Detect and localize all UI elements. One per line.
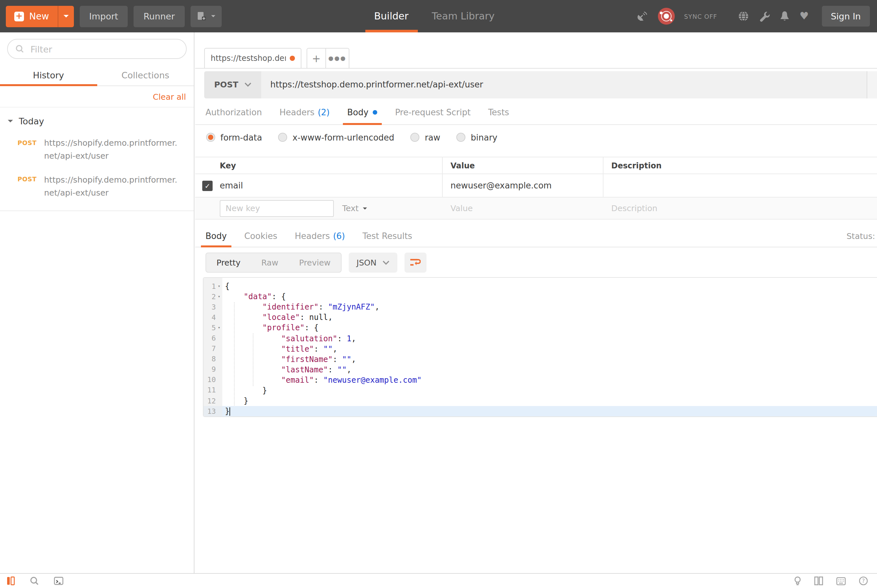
clear-all-link[interactable]: Clear all — [153, 92, 186, 101]
keyboard-icon[interactable] — [836, 577, 846, 585]
response-section-tabs: Body Cookies Headers(6) Test Results Sta… — [195, 225, 877, 248]
plus-icon: + — [14, 11, 24, 21]
postman-sync-logo[interactable] — [658, 8, 675, 25]
history-group-today[interactable]: Today — [0, 108, 194, 132]
row-checkbox[interactable]: ✓ — [202, 180, 213, 191]
tab-authorization[interactable]: Authorization — [206, 100, 262, 124]
search-icon[interactable] — [30, 576, 39, 585]
line-number: 3 — [212, 303, 216, 311]
add-tab-button[interactable]: + — [307, 48, 326, 68]
satellite-icon[interactable] — [637, 10, 649, 22]
radio-icon — [457, 133, 466, 142]
method-select[interactable]: POST — [204, 71, 261, 98]
sign-in-button[interactable]: Sign In — [821, 6, 870, 27]
chevron-down-icon — [382, 260, 390, 264]
tab-response-headers[interactable]: Headers(6) — [295, 225, 345, 247]
code-line: 1▾{ — [203, 281, 877, 291]
chevron-down-icon — [363, 207, 367, 209]
wrench-icon[interactable] — [759, 10, 770, 22]
body-indicator-dot — [373, 110, 378, 115]
radio-form-data[interactable]: form-data — [206, 132, 262, 142]
tab-tests[interactable]: Tests — [488, 100, 509, 124]
filter-input[interactable] — [29, 43, 178, 55]
code-line: 10 "email": "newuser@example.com" — [203, 375, 877, 385]
tab-response-body[interactable]: Body — [206, 225, 227, 247]
history-item[interactable]: POST https://shopify.demo.printformer.ne… — [0, 132, 194, 169]
view-preview[interactable]: Preview — [289, 257, 341, 267]
value-cell[interactable]: newuser@example.com — [450, 181, 552, 190]
app-window: + New Import Runner Builder Team Library — [0, 0, 877, 588]
new-dropdown-button[interactable] — [57, 6, 74, 27]
request-url-bar: POST https://testshop.demo.printformer.n… — [195, 69, 877, 100]
col-key: Key — [220, 161, 236, 170]
new-description-placeholder[interactable]: Description — [611, 203, 657, 213]
fold-arrow-icon[interactable]: ▾ — [216, 284, 222, 289]
url-input[interactable]: https://testshop.demo.printformer.net/ap… — [261, 71, 866, 98]
runner-button[interactable]: Runner — [134, 6, 185, 27]
new-key-input[interactable] — [220, 200, 334, 217]
radio-raw[interactable]: raw — [411, 132, 441, 142]
fold-arrow-icon[interactable]: ▾ — [216, 294, 222, 299]
sidebar-toggle-icon[interactable] — [6, 576, 15, 585]
code-line: 13} — [203, 406, 877, 416]
tab-body[interactable]: Body — [347, 100, 378, 124]
params-button[interactable]: Params — [866, 71, 877, 98]
radio-binary[interactable]: binary — [457, 132, 498, 142]
help-icon[interactable]: ? — [859, 576, 868, 585]
collapse-arrow-icon — [8, 120, 13, 122]
new-button[interactable]: + New — [6, 6, 74, 27]
tab-response-cookies[interactable]: Cookies — [244, 225, 277, 247]
new-window-button[interactable] — [190, 6, 221, 27]
sidebar: History Collections Clear all Today POST… — [0, 32, 194, 573]
chevron-down-icon — [244, 82, 251, 87]
lightbulb-icon[interactable] — [794, 576, 801, 586]
request-section-tabs: Authorization Headers(2) Body Pre-reques… — [195, 100, 877, 125]
headers-count-badge: (2) — [317, 108, 329, 117]
line-number: 5 — [212, 324, 216, 332]
view-pretty[interactable]: Pretty — [206, 257, 251, 267]
tab-builder[interactable]: Builder — [365, 0, 417, 32]
radio-icon — [206, 133, 215, 142]
radio-icon — [411, 133, 420, 142]
history-item[interactable]: POST https://shopify.demo.printformer.ne… — [0, 169, 194, 205]
tab-team-library[interactable]: Team Library — [423, 0, 504, 32]
app-header: + New Import Runner Builder Team Library — [0, 0, 877, 32]
globe-icon[interactable] — [738, 10, 750, 22]
search-icon — [15, 45, 24, 53]
table-new-row: Text Value Description — [195, 198, 877, 219]
wrap-text-icon — [410, 258, 421, 267]
tab-history[interactable]: History — [0, 65, 97, 86]
request-tab-title: https://testshop.demo — [211, 54, 286, 63]
console-icon[interactable] — [54, 576, 63, 585]
line-number: 13 — [208, 407, 216, 416]
tab-headers[interactable]: Headers(2) — [279, 100, 329, 124]
col-value: Value — [450, 161, 475, 170]
main-nav: Builder Team Library — [365, 0, 504, 32]
code-line: 8 "firstName": "", — [203, 354, 877, 364]
view-raw[interactable]: Raw — [251, 257, 289, 267]
heart-icon[interactable]: ♥ — [800, 11, 809, 21]
line-number: 12 — [208, 397, 216, 405]
split-pane-icon[interactable] — [814, 576, 823, 585]
code-line: 5▾ "profile": { — [203, 323, 877, 333]
radio-x-www-form-urlencoded[interactable]: x-www-form-urlencoded — [278, 132, 394, 142]
wrap-text-button[interactable] — [405, 252, 427, 272]
key-cell[interactable]: email — [220, 181, 243, 190]
line-number: 6 — [212, 334, 216, 343]
request-tab[interactable]: https://testshop.demo — [204, 48, 301, 68]
import-button[interactable]: Import — [80, 6, 128, 27]
value-type-select[interactable]: Text — [342, 203, 368, 213]
line-number: 7 — [212, 345, 216, 353]
language-select[interactable]: JSON — [349, 252, 397, 272]
fold-arrow-icon[interactable]: ▾ — [216, 326, 222, 331]
tab-test-results[interactable]: Test Results — [363, 225, 412, 247]
history-group-label: Today — [19, 116, 44, 126]
tab-collections[interactable]: Collections — [97, 65, 194, 86]
tab-menu-button[interactable]: ●●● — [326, 48, 349, 68]
bell-icon[interactable] — [779, 10, 790, 22]
line-number: 1 — [212, 282, 216, 291]
line-number: 11 — [208, 386, 216, 395]
body-type-selector: form-data x-www-form-urlencoded raw bina… — [195, 125, 877, 150]
tab-pre-request-script[interactable]: Pre-request Script — [395, 100, 471, 124]
new-value-placeholder[interactable]: Value — [450, 203, 473, 213]
